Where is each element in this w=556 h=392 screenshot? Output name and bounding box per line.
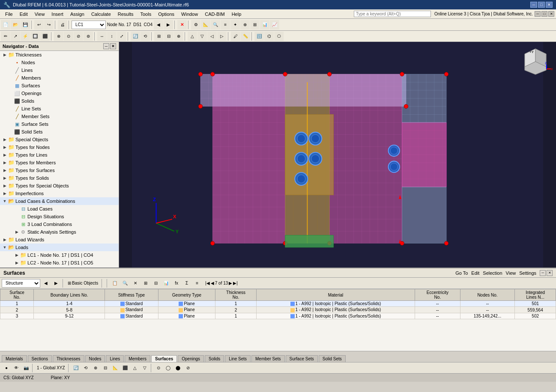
tb-btn2[interactable]: 📐 bbox=[201, 20, 210, 30]
menubar-view[interactable]: View bbox=[31, 11, 48, 18]
tab-line-sets[interactable]: Line Sets bbox=[225, 355, 251, 362]
tree-item-loads[interactable]: ▼ 📂 Loads bbox=[0, 244, 119, 251]
tb2-btn22[interactable]: 🖊 bbox=[231, 32, 240, 41]
bt-btn7[interactable]: △ bbox=[130, 363, 140, 373]
bt-btn5[interactable]: 📐 bbox=[111, 363, 120, 373]
lc-dropdown[interactable]: LC1LC2 bbox=[72, 21, 106, 29]
tree-item-solids[interactable]: ⬛ Solids bbox=[0, 97, 119, 105]
menubar-insert[interactable]: Insert bbox=[48, 11, 67, 18]
tb-btn1[interactable]: ⚙ bbox=[191, 20, 200, 30]
bt-btn3[interactable]: ⊕ bbox=[91, 363, 100, 373]
tree-item-thicknesses[interactable]: ▶ 📁 Thicknesses bbox=[0, 51, 119, 59]
tb2-btn12[interactable]: ⤢ bbox=[117, 32, 126, 41]
tree-item-static-analysis[interactable]: ▶ ⚙ Static Analysis Settings bbox=[0, 228, 119, 236]
surfaces-settings[interactable]: Settings bbox=[519, 270, 536, 276]
bt-btn10[interactable]: ◯ bbox=[164, 363, 173, 373]
panel-minimize[interactable]: ─ bbox=[540, 270, 546, 276]
table-btn4[interactable]: ⊞ bbox=[141, 279, 150, 288]
menubar-results[interactable]: Results bbox=[114, 11, 137, 18]
menubar-window[interactable]: Window bbox=[178, 11, 201, 18]
tb-prev[interactable]: ◀ bbox=[154, 20, 163, 30]
tree-item-solid-sets[interactable]: ⬛ Solid Sets bbox=[0, 128, 119, 136]
tab-solids[interactable]: Solids bbox=[205, 355, 224, 362]
tab-thicknesses[interactable]: Thicknesses bbox=[53, 355, 84, 362]
tree-item-load-wizards[interactable]: ▶ 📁 Load Wizards bbox=[0, 236, 119, 244]
tb2-btn1[interactable]: ✏ bbox=[1, 32, 10, 41]
nav-close[interactable]: ✕ bbox=[110, 43, 116, 49]
tree-item-lc1[interactable]: ▶ 📁 LC1 - Node No. 17 | DS1 | CO4 bbox=[0, 251, 119, 259]
tb2-btn4[interactable]: 🔲 bbox=[30, 32, 40, 41]
tree-item-member-sets[interactable]: ╱ Member Sets bbox=[0, 113, 119, 120]
table-btn3[interactable]: ✕ bbox=[131, 279, 140, 288]
tree-item-load-cases[interactable]: ⊟ Load Cases bbox=[0, 205, 119, 213]
tree-item-openings[interactable]: ⬜ Openings bbox=[0, 89, 119, 97]
table-btn7[interactable]: fx bbox=[172, 279, 181, 288]
tb2-btn10[interactable]: ↔ bbox=[97, 32, 107, 41]
tb-btn7[interactable]: ⊞ bbox=[250, 20, 260, 30]
tab-openings[interactable]: Openings bbox=[178, 355, 204, 362]
tb-btn8[interactable]: 📊 bbox=[260, 20, 269, 30]
menubar-assign[interactable]: Assign bbox=[67, 11, 88, 18]
tab-materials[interactable]: Materials bbox=[2, 355, 27, 362]
table-btn5[interactable]: ⊟ bbox=[151, 279, 161, 288]
page-first-btn[interactable]: |◀ bbox=[205, 281, 210, 285]
tb-btn5[interactable]: ✦ bbox=[230, 20, 240, 30]
nav-minimize[interactable]: ─ bbox=[103, 43, 109, 49]
bt-icon2[interactable]: 👁 bbox=[12, 363, 21, 373]
tb2-btn8[interactable]: ⊘ bbox=[74, 32, 83, 41]
bt-btn4[interactable]: ⊟ bbox=[101, 363, 110, 373]
table-btn8[interactable]: Σ bbox=[182, 279, 191, 288]
tab-member-sets[interactable]: Member Sets bbox=[251, 355, 284, 362]
tab-lines[interactable]: Lines bbox=[106, 355, 124, 362]
surfaces-selection[interactable]: Selection bbox=[483, 270, 502, 276]
tb2-btn18[interactable]: △ bbox=[188, 32, 197, 41]
tree-item-line-sets[interactable]: ╱ Line Sets bbox=[0, 105, 119, 113]
tree-item-lines[interactable]: ╱ Lines bbox=[0, 66, 119, 74]
viewport-3d[interactable]: Z Y X +Y bbox=[119, 42, 556, 267]
tb-x-icon[interactable]: ✕ bbox=[177, 20, 187, 30]
tab-surface-sets[interactable]: Surface Sets bbox=[286, 355, 318, 362]
tb2-btn13[interactable]: 🔄 bbox=[131, 32, 140, 41]
tree-item-types-special[interactable]: ▶ 📁 Types for Special Objects bbox=[0, 182, 119, 190]
tree-item-types-nodes[interactable]: ▶ 📁 Types for Nodes bbox=[0, 143, 119, 151]
tb2-btn23[interactable]: 📏 bbox=[241, 32, 250, 41]
tree-item-types-surfaces[interactable]: ▶ 📁 Types for Surfaces bbox=[0, 166, 119, 174]
bt-btn8[interactable]: ▽ bbox=[140, 363, 149, 373]
tb-btn6[interactable]: ⊕ bbox=[240, 20, 250, 30]
structure-dropdown[interactable]: Structure bbox=[2, 279, 40, 288]
bt-btn2[interactable]: ⟲ bbox=[81, 363, 90, 373]
minimize-button[interactable]: ─ bbox=[530, 2, 537, 8]
window-sub-min[interactable]: ─ bbox=[535, 11, 541, 17]
tb-print[interactable]: 🖨 bbox=[58, 20, 67, 30]
tree-item-lc2[interactable]: ▶ 📁 LC2 - Node No. 17 | DS1 | CO5 bbox=[0, 259, 119, 267]
table-btn1[interactable]: 📋 bbox=[110, 279, 120, 288]
tb2-btn3[interactable]: ⚡ bbox=[21, 32, 30, 41]
tree-item-types-members[interactable]: ▶ 📁 Types for Members bbox=[0, 159, 119, 166]
tree-item-imperfections[interactable]: ▶ 📁 Imperfections bbox=[0, 190, 119, 197]
tb-btn4[interactable]: ≡ bbox=[221, 20, 230, 30]
page-prev-btn[interactable]: ◀ bbox=[211, 281, 214, 285]
tree-item-special-objects[interactable]: ▶ 📁 Special Objects bbox=[0, 136, 119, 143]
page-last-btn[interactable]: ▶| bbox=[233, 281, 238, 285]
tb2-btn5[interactable]: ⬛ bbox=[40, 32, 50, 41]
tb-open[interactable]: 📂 bbox=[11, 20, 20, 30]
window-sub-close[interactable]: ✕ bbox=[548, 11, 554, 17]
table-btn6[interactable]: 📊 bbox=[161, 279, 171, 288]
tb-next[interactable]: ▶ bbox=[164, 20, 173, 30]
menubar-help[interactable]: Help bbox=[228, 11, 245, 18]
surfaces-view[interactable]: View bbox=[506, 270, 516, 276]
tb-btn9[interactable]: 📈 bbox=[270, 20, 279, 30]
tree-item-members[interactable]: ╱ Members bbox=[0, 74, 119, 82]
tb2-btn9[interactable]: ⊚ bbox=[84, 32, 93, 41]
bt-btn11[interactable]: ⬤ bbox=[173, 363, 183, 373]
menubar-cadbim[interactable]: CAD-BIM bbox=[201, 11, 228, 18]
tb2-btn2[interactable]: ↗ bbox=[11, 32, 20, 41]
bt-icon3[interactable]: 📷 bbox=[21, 363, 31, 373]
close-button[interactable]: ✕ bbox=[546, 2, 553, 8]
tb2-btn6[interactable]: ⊗ bbox=[54, 32, 63, 41]
surfaces-goto[interactable]: Go To bbox=[455, 270, 468, 276]
table-btn9[interactable]: ≡ bbox=[192, 279, 202, 288]
tb2-btn24[interactable]: 🔢 bbox=[254, 32, 264, 41]
panel-close[interactable]: ✕ bbox=[547, 270, 553, 276]
tree-item-design-situations[interactable]: ⊟ Design Situations bbox=[0, 213, 119, 220]
